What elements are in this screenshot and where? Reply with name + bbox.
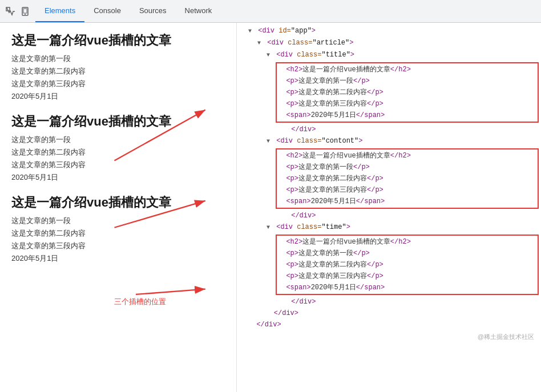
tree-p2-2[interactable]: <p>这是文章的第二段内容</p> bbox=[278, 173, 536, 184]
tree-h2-1[interactable]: <h2>这是一篇介绍vue插槽的文章</h2> bbox=[278, 64, 536, 75]
tree-div-app-close[interactable]: </div> bbox=[237, 319, 541, 330]
tree-p1-2[interactable]: <p>这是文章的第一段</p> bbox=[278, 161, 536, 173]
device-icon[interactable] bbox=[19, 6, 31, 17]
highlighted-box-2: <h2>这是一篇介绍vue插槽的文章</h2> <p>这是文章的第一段</p> … bbox=[276, 148, 539, 209]
tree-div-contont-expand[interactable]: ▼ <div class="contont"> bbox=[237, 135, 541, 147]
triangle-time[interactable]: ▼ bbox=[267, 223, 272, 233]
main-content: 这是一篇介绍vue插槽的文章 这是文章的第一段 这是文章的第二段内容 这是文章的… bbox=[0, 23, 541, 392]
article-para-3-2: 这是文章的第二段内容 bbox=[11, 228, 225, 239]
svg-line-7 bbox=[136, 289, 205, 294]
tree-p1-3[interactable]: <p>这是文章的第一段</p> bbox=[278, 248, 536, 259]
devtools-toolbar: Elements Console Sources Network bbox=[0, 0, 541, 23]
tree-div-contont-close[interactable]: </div> bbox=[237, 210, 541, 221]
webpage-panel: 这是一篇介绍vue插槽的文章 这是文章的第一段 这是文章的第二段内容 这是文章的… bbox=[0, 23, 237, 392]
tab-console[interactable]: Console bbox=[84, 0, 130, 22]
elements-panel[interactable]: ▼ <div id="app"> ▼ <div class="article">… bbox=[237, 23, 541, 392]
tree-span3[interactable]: <span>2020年5月1日</span> bbox=[278, 282, 536, 293]
svg-rect-2 bbox=[23, 9, 27, 13]
tree-div-article-close[interactable]: </div> bbox=[237, 308, 541, 319]
article-para-1-1: 这是文章的第一段 bbox=[11, 54, 225, 64]
tab-sources[interactable]: Sources bbox=[130, 0, 176, 22]
icon-area bbox=[0, 6, 35, 17]
tree-div-time-expand[interactable]: ▼ <div class="time"> bbox=[237, 221, 541, 233]
article-title-1: 这是一篇介绍vue插槽的文章 bbox=[11, 32, 225, 49]
highlighted-box-3: <h2>这是一篇介绍vue插槽的文章</h2> <p>这是文章的第一段</p> … bbox=[276, 235, 539, 295]
tree-div-article[interactable]: ▼ <div class="article"> bbox=[237, 37, 541, 49]
article-date-3: 2020年5月1日 bbox=[11, 253, 225, 264]
tree-h2-3[interactable]: <h2>这是一篇介绍vue插槽的文章</h2> bbox=[278, 236, 536, 248]
tree-h2-2[interactable]: <h2>这是一篇介绍vue插槽的文章</h2> bbox=[278, 150, 536, 161]
article-block-2: 这是一篇介绍vue插槽的文章 这是文章的第一段 这是文章的第二段内容 这是文章的… bbox=[11, 113, 225, 183]
triangle-app[interactable]: ▼ bbox=[248, 26, 254, 37]
article-date-1: 2020年5月1日 bbox=[11, 91, 225, 102]
triangle-article[interactable]: ▼ bbox=[257, 38, 263, 49]
article-title-3: 这是一篇介绍vue插槽的文章 bbox=[11, 194, 225, 211]
tree-div-app[interactable]: ▼ <div id="app"> bbox=[237, 25, 541, 37]
triangle-contont[interactable]: ▼ bbox=[267, 136, 272, 147]
tree-p3-2[interactable]: <p>这是文章的第三段内容</p> bbox=[278, 184, 536, 196]
article-para-2-2: 这是文章的第二段内容 bbox=[11, 147, 225, 157]
article-para-2-1: 这是文章的第一段 bbox=[11, 135, 225, 145]
tree-span1[interactable]: <span>2020年5月1日</span> bbox=[278, 110, 536, 121]
annotation-text: 三个插槽的位置 bbox=[114, 297, 166, 307]
highlighted-box-1: <h2>这是一篇介绍vue插槽的文章</h2> <p>这是文章的第一段</p> … bbox=[276, 62, 539, 123]
tree-p3-3[interactable]: <p>这是文章的第三段内容</p> bbox=[278, 270, 536, 282]
inspector-icon[interactable] bbox=[5, 6, 16, 17]
tree-p3-1[interactable]: <p>这是文章的第三段内容</p> bbox=[278, 98, 536, 110]
tab-network[interactable]: Network bbox=[176, 0, 221, 22]
tree-div-time-close[interactable]: </div> bbox=[237, 296, 541, 308]
article-para-3-3: 这是文章的第三段内容 bbox=[11, 241, 225, 251]
article-para-3-1: 这是文章的第一段 bbox=[11, 216, 225, 226]
tree-p2-3[interactable]: <p>这是文章的第二段内容</p> bbox=[278, 259, 536, 270]
article-block-3: 这是一篇介绍vue插槽的文章 这是文章的第一段 这是文章的第二段内容 这是文章的… bbox=[11, 194, 225, 264]
tree-span2[interactable]: <span>2020年5月1日</span> bbox=[278, 196, 536, 207]
article-para-1-2: 这是文章的第二段内容 bbox=[11, 66, 225, 76]
article-para-1-3: 这是文章的第三段内容 bbox=[11, 79, 225, 89]
triangle-title[interactable]: ▼ bbox=[267, 50, 272, 60]
article-para-2-3: 这是文章的第三段内容 bbox=[11, 160, 225, 170]
tab-elements[interactable]: Elements bbox=[35, 0, 84, 22]
tree-div-title-close[interactable]: </div> bbox=[237, 124, 541, 135]
article-title-2: 这是一篇介绍vue插槽的文章 bbox=[11, 113, 225, 130]
article-block-1: 这是一篇介绍vue插槽的文章 这是文章的第一段 这是文章的第二段内容 这是文章的… bbox=[11, 32, 225, 102]
watermark: @稀土掘金技术社区 bbox=[237, 330, 541, 341]
article-date-2: 2020年5月1日 bbox=[11, 172, 225, 183]
tree-div-title-expand[interactable]: ▼ <div class="title"> bbox=[237, 49, 541, 61]
svg-point-3 bbox=[25, 14, 26, 15]
devtools-tabs: Elements Console Sources Network bbox=[35, 0, 541, 22]
tree-p2-1[interactable]: <p>这是文章的第二段内容</p> bbox=[278, 87, 536, 98]
tree-p1-1[interactable]: <p>这是文章的第一段</p> bbox=[278, 75, 536, 87]
